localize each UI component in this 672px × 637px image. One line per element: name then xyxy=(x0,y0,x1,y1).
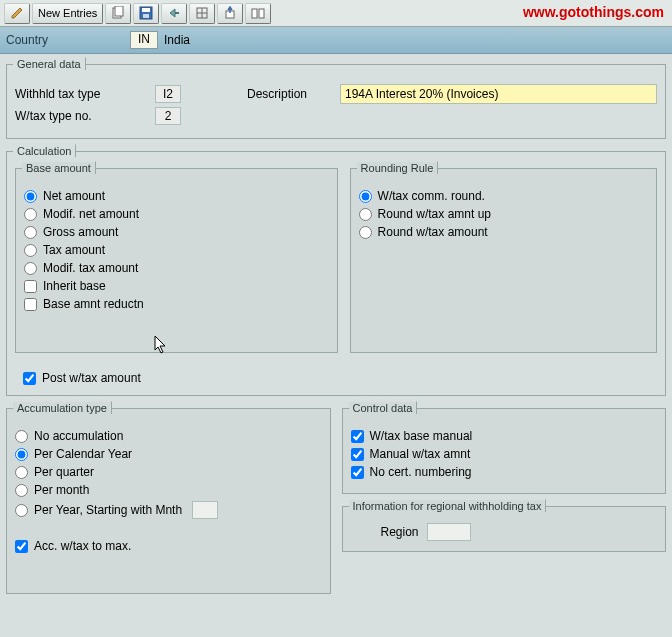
wtax-base-manual-label: W/tax base manual xyxy=(370,429,473,443)
round-comm-label: W/tax comm. round. xyxy=(378,189,485,203)
wtax-type-no-label: W/tax type no. xyxy=(15,109,149,123)
svg-rect-3 xyxy=(142,8,150,12)
base-net-amount-input[interactable] xyxy=(24,190,37,203)
rounding-rule-group: Rounding Rule W/tax comm. round. Round w… xyxy=(350,168,657,353)
accum-quarter-input[interactable] xyxy=(15,466,28,479)
control-data-group: Control data W/tax base manual Manual w/… xyxy=(342,408,667,494)
country-name: India xyxy=(164,33,190,47)
accumulation-group: Accumulation type No accumulation Per Ca… xyxy=(6,408,331,594)
inherit-base-check[interactable]: Inherit base xyxy=(24,279,330,293)
accum-month-radio[interactable]: Per month xyxy=(15,483,322,497)
description-field[interactable]: 194A Interest 20% (Invoices) xyxy=(340,84,657,104)
country-label: Country xyxy=(6,33,124,47)
base-net-amount-radio[interactable]: Net amount xyxy=(24,189,330,203)
toggle-edit-button[interactable] xyxy=(4,3,30,24)
no-cert-label: No cert. numbering xyxy=(370,465,472,479)
accum-year-mnth-label: Per Year, Starting with Mnth xyxy=(34,503,182,517)
save-button[interactable] xyxy=(133,3,159,24)
description-label: Description xyxy=(247,87,335,101)
round-amount-label: Round w/tax amount xyxy=(378,225,488,239)
base-tax-label: Tax amount xyxy=(43,243,105,257)
delimit-button[interactable] xyxy=(189,3,215,24)
base-tax-input[interactable] xyxy=(24,244,37,257)
no-cert-input[interactable] xyxy=(351,466,364,479)
round-up-label: Round w/tax amnt up xyxy=(378,207,491,221)
post-wtax-input[interactable] xyxy=(23,372,36,385)
calculation-legend: Calculation xyxy=(13,144,76,157)
base-modif-net-label: Modif. net amount xyxy=(43,207,139,221)
control-data-legend: Control data xyxy=(349,401,418,414)
country-code-field[interactable]: IN xyxy=(130,31,158,49)
app-toolbar: New Entries www.gotothings.com xyxy=(0,0,672,27)
variant-button[interactable] xyxy=(245,3,271,24)
regional-group: Information for regional withholding tax… xyxy=(342,506,667,552)
wtax-base-manual-input[interactable] xyxy=(351,430,364,443)
accum-calendar-label: Per Calendar Year xyxy=(34,447,132,461)
base-reductn-check[interactable]: Base amnt reductn xyxy=(24,297,330,311)
inherit-base-input[interactable] xyxy=(24,280,37,293)
accum-calendar-radio[interactable]: Per Calendar Year xyxy=(15,447,322,461)
calculation-group: Calculation Base amount Net amount Modif… xyxy=(6,151,666,396)
manual-wtax-label: Manual w/tax amnt xyxy=(370,447,471,461)
manual-wtax-check[interactable]: Manual w/tax amnt xyxy=(351,447,658,461)
country-bar: Country IN India xyxy=(0,27,672,54)
base-gross-radio[interactable]: Gross amount xyxy=(24,225,330,239)
accum-year-mnth-input[interactable] xyxy=(15,504,28,517)
svg-rect-7 xyxy=(252,9,257,18)
withhld-tax-type-field[interactable]: I2 xyxy=(155,85,181,103)
region-label: Region xyxy=(381,525,419,539)
acc-max-label: Acc. w/tax to max. xyxy=(34,539,131,553)
accum-month-label: Per month xyxy=(34,483,89,497)
round-comm-input[interactable] xyxy=(359,190,372,203)
region-field[interactable] xyxy=(427,523,471,541)
regional-legend: Information for regional withholding tax xyxy=(349,499,547,512)
wtax-type-no-field[interactable]: 2 xyxy=(155,107,181,125)
starting-month-field[interactable] xyxy=(192,501,218,519)
accum-calendar-input[interactable] xyxy=(15,448,28,461)
base-amount-group: Base amount Net amount Modif. net amount… xyxy=(15,168,338,353)
round-amount-input[interactable] xyxy=(359,226,372,239)
base-reductn-input[interactable] xyxy=(24,298,37,311)
no-cert-check[interactable]: No cert. numbering xyxy=(351,465,658,479)
copy-button[interactable] xyxy=(105,3,131,24)
accum-year-mnth-radio[interactable]: Per Year, Starting with Mnth xyxy=(15,501,322,519)
accum-quarter-label: Per quarter xyxy=(34,465,94,479)
accum-none-label: No accumulation xyxy=(34,429,123,443)
svg-rect-4 xyxy=(143,14,149,18)
accum-month-input[interactable] xyxy=(15,484,28,497)
base-modif-tax-input[interactable] xyxy=(24,262,37,275)
base-modif-tax-radio[interactable]: Modif. tax amount xyxy=(24,261,330,275)
watermark-text: www.gotothings.com xyxy=(523,4,664,20)
manual-wtax-input[interactable] xyxy=(351,448,364,461)
svg-rect-1 xyxy=(115,6,123,16)
general-data-legend: General data xyxy=(13,57,86,70)
base-gross-label: Gross amount xyxy=(43,225,118,239)
acc-max-check[interactable]: Acc. w/tax to max. xyxy=(15,539,322,553)
accum-none-radio[interactable]: No accumulation xyxy=(15,429,322,443)
base-tax-radio[interactable]: Tax amount xyxy=(24,243,330,257)
round-comm-radio[interactable]: W/tax comm. round. xyxy=(359,189,648,203)
accum-quarter-radio[interactable]: Per quarter xyxy=(15,465,322,479)
base-modif-net-input[interactable] xyxy=(24,208,37,221)
base-modif-tax-label: Modif. tax amount xyxy=(43,261,138,275)
svg-rect-8 xyxy=(259,9,264,18)
undo-button[interactable] xyxy=(161,3,187,24)
new-entries-button[interactable]: New Entries xyxy=(32,3,103,24)
accum-none-input[interactable] xyxy=(15,430,28,443)
post-wtax-label: Post w/tax amount xyxy=(42,371,141,385)
post-wtax-check[interactable]: Post w/tax amount xyxy=(23,371,657,385)
general-data-group: General data Withhld tax type I2 Descrip… xyxy=(6,64,666,139)
base-modif-net-radio[interactable]: Modif. net amount xyxy=(24,207,330,221)
rounding-rule-legend: Rounding Rule xyxy=(357,161,439,174)
base-amount-legend: Base amount xyxy=(22,161,96,174)
wtax-base-manual-check[interactable]: W/tax base manual xyxy=(351,429,658,443)
round-up-input[interactable] xyxy=(359,208,372,221)
inherit-base-label: Inherit base xyxy=(43,279,106,293)
base-gross-input[interactable] xyxy=(24,226,37,239)
acc-max-input[interactable] xyxy=(15,540,28,553)
accumulation-legend: Accumulation type xyxy=(13,401,112,414)
round-amount-radio[interactable]: Round w/tax amount xyxy=(359,225,648,239)
withhld-tax-type-label: Withhld tax type xyxy=(15,87,149,101)
round-up-radio[interactable]: Round w/tax amnt up xyxy=(359,207,648,221)
export-button[interactable] xyxy=(217,3,243,24)
